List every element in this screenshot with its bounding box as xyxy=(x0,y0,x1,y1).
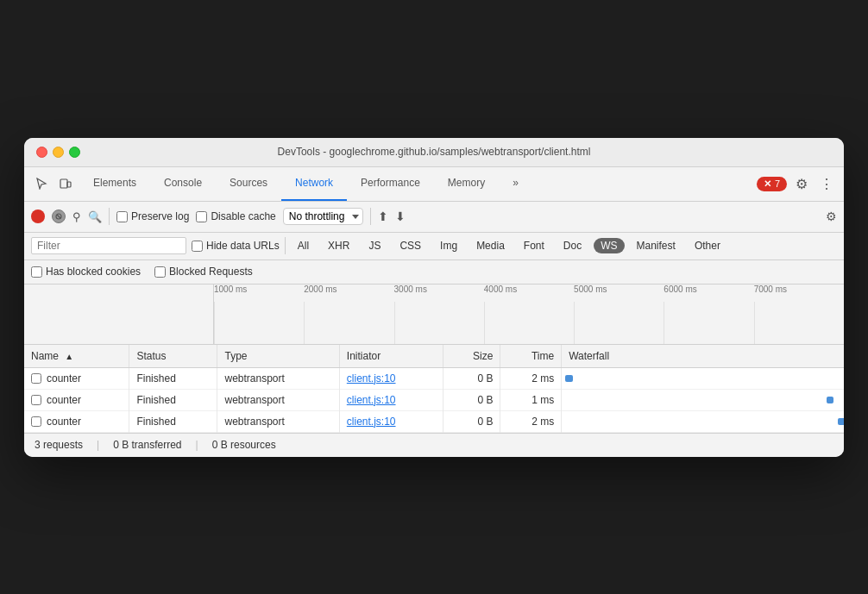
divider xyxy=(109,208,110,225)
blocked-requests-checkbox[interactable]: Blocked Requests xyxy=(154,266,253,278)
waterfall-bar xyxy=(838,418,844,425)
col-waterfall[interactable]: Waterfall xyxy=(562,345,844,368)
filter-font[interactable]: Font xyxy=(517,238,551,253)
network-table: Name ▲ Status Type Initiator Size Time W… xyxy=(24,345,844,433)
filter-input[interactable] xyxy=(31,237,186,254)
network-toolbar: ⚲ 🔍 Preserve log Disable cache No thrott… xyxy=(24,202,844,233)
record-button[interactable] xyxy=(31,209,45,223)
svg-rect-1 xyxy=(67,182,71,187)
tab-network[interactable]: Network xyxy=(281,167,347,201)
tab-memory[interactable]: Memory xyxy=(434,167,499,201)
filter-other[interactable]: Other xyxy=(688,238,727,253)
svg-rect-0 xyxy=(60,179,67,188)
table-body: counter Finished webtransport client.js:… xyxy=(24,367,844,432)
scale-tick-line xyxy=(484,302,485,344)
settings-icon[interactable]: ⚙ xyxy=(792,174,811,194)
cell-status: Finished xyxy=(129,389,217,410)
cell-size: 0 B xyxy=(443,389,500,410)
cell-status: Finished xyxy=(129,367,217,389)
tab-elements[interactable]: Elements xyxy=(79,167,150,201)
scale-tick-line xyxy=(214,302,215,344)
col-time[interactable]: Time xyxy=(500,345,562,368)
export-icon[interactable]: ⬇ xyxy=(395,209,406,223)
table-head: Name ▲ Status Type Initiator Size Time W… xyxy=(24,345,844,368)
svg-line-3 xyxy=(57,215,60,218)
scale-tick-line xyxy=(394,302,395,344)
tab-more[interactable]: » xyxy=(499,167,532,201)
scale-tick-label: 5000 ms xyxy=(574,284,607,294)
col-status[interactable]: Status xyxy=(129,345,217,368)
table-row[interactable]: counter Finished webtransport client.js:… xyxy=(24,367,844,389)
import-icon[interactable]: ⬆ xyxy=(378,209,388,223)
scale-tick-label: 7000 ms xyxy=(754,284,787,294)
scale-tick-line xyxy=(664,302,664,344)
request-count: 3 requests xyxy=(35,439,83,451)
device-toolbar-icon[interactable] xyxy=(55,173,76,194)
sort-arrow-icon: ▲ xyxy=(65,352,73,361)
cell-name: counter xyxy=(24,410,129,432)
filter-doc[interactable]: Doc xyxy=(557,238,588,253)
row-checkbox[interactable] xyxy=(31,373,41,384)
transferred-size: 0 B transferred xyxy=(113,439,181,451)
col-type[interactable]: Type xyxy=(217,345,339,368)
error-count: 7 xyxy=(775,178,780,189)
close-button[interactable] xyxy=(36,147,47,158)
resource-size: 0 B resources xyxy=(212,439,276,451)
filter-icon[interactable]: ⚲ xyxy=(72,210,81,223)
filter-xhr[interactable]: XHR xyxy=(321,238,356,253)
waterfall-bar xyxy=(565,375,572,382)
filter-css[interactable]: CSS xyxy=(393,238,428,253)
hide-data-urls-checkbox[interactable]: Hide data URLs xyxy=(192,240,280,252)
scale-tick-label: 6000 ms xyxy=(664,284,696,294)
more-options-icon[interactable]: ⋮ xyxy=(816,174,837,194)
table-row[interactable]: counter Finished webtransport client.js:… xyxy=(24,410,844,432)
scale-tick-label: 4000 ms xyxy=(484,284,517,294)
waterfall-bar xyxy=(827,397,833,403)
cell-initiator: client.js:10 xyxy=(339,389,443,410)
stop-recording-button[interactable] xyxy=(52,209,66,223)
scale-tick-label: 1000 ms xyxy=(214,284,247,294)
col-size[interactable]: Size xyxy=(443,345,500,368)
tab-console[interactable]: Console xyxy=(150,167,216,201)
disable-cache-checkbox[interactable]: Disable cache xyxy=(196,210,275,222)
cursor-icon[interactable] xyxy=(31,173,52,194)
traffic-lights xyxy=(36,147,80,158)
has-blocked-cookies-checkbox[interactable]: Has blocked cookies xyxy=(31,266,141,278)
error-x-icon: ✕ xyxy=(764,178,771,190)
tab-performance[interactable]: Performance xyxy=(347,167,434,201)
tab-sources[interactable]: Sources xyxy=(216,167,281,201)
cell-initiator: client.js:10 xyxy=(339,410,443,432)
filter-media[interactable]: Media xyxy=(469,238,512,253)
scale-tick-line xyxy=(574,302,575,344)
maximize-button[interactable] xyxy=(69,147,80,158)
throttle-select[interactable]: No throttling xyxy=(283,208,363,225)
cell-waterfall xyxy=(562,389,844,410)
tab-bar: Elements Console Sources Network Perform… xyxy=(79,167,753,201)
filter-ws[interactable]: WS xyxy=(594,238,624,253)
cell-waterfall xyxy=(562,410,844,432)
row-checkbox[interactable] xyxy=(31,416,41,427)
col-name[interactable]: Name ▲ xyxy=(24,345,129,368)
table-scroll-area[interactable]: Name ▲ Status Type Initiator Size Time W… xyxy=(24,345,844,433)
search-icon[interactable]: 🔍 xyxy=(88,210,102,223)
preserve-log-checkbox[interactable]: Preserve log xyxy=(116,210,189,222)
filter-manifest[interactable]: Manifest xyxy=(630,238,682,253)
table-area: 1000 ms2000 ms3000 ms4000 ms5000 ms6000 … xyxy=(24,284,844,433)
row-checkbox[interactable] xyxy=(31,395,41,405)
filter-divider xyxy=(285,237,286,254)
filter-js[interactable]: JS xyxy=(362,238,387,253)
cell-size: 0 B xyxy=(443,410,500,432)
error-badge[interactable]: ✕ 7 xyxy=(757,177,787,191)
timeline-header: 1000 ms2000 ms3000 ms4000 ms5000 ms6000 … xyxy=(24,284,844,345)
filter-all[interactable]: All xyxy=(291,238,316,253)
table-row[interactable]: counter Finished webtransport client.js:… xyxy=(24,389,844,410)
scale-tick-line xyxy=(304,302,305,344)
filter-img[interactable]: Img xyxy=(433,238,464,253)
scale-tick-label: 3000 ms xyxy=(394,284,427,294)
window-title: DevTools - googlechrome.github.io/sample… xyxy=(278,146,591,158)
cell-type: webtransport xyxy=(217,389,339,410)
minimize-button[interactable] xyxy=(53,147,64,158)
toolbar-right: ✕ 7 ⚙ ⋮ xyxy=(757,174,837,194)
network-settings-icon[interactable]: ⚙ xyxy=(826,209,837,223)
col-initiator[interactable]: Initiator xyxy=(339,345,443,368)
